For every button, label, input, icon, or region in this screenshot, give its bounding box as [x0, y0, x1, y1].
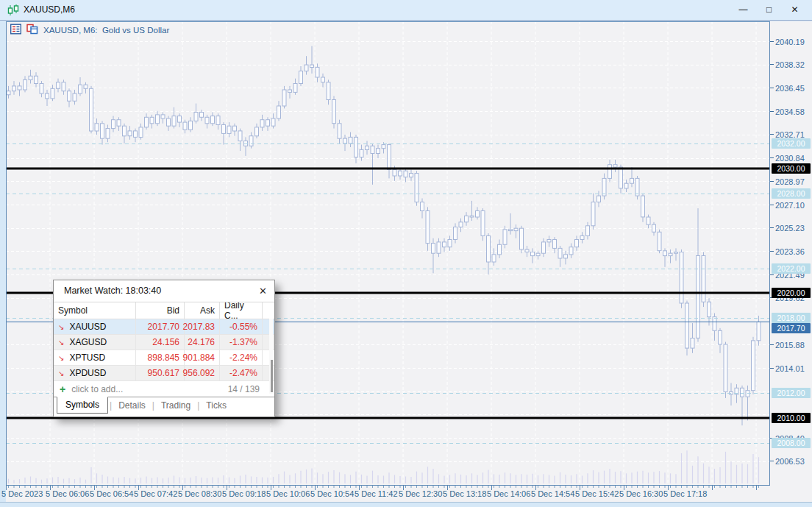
price-level-chip-cyan: 2028.00	[772, 188, 811, 199]
price-tick-label: 2006.53	[770, 456, 812, 466]
candlestick-chart[interactable]	[0, 0, 812, 507]
time-axis-label: 5 Dec 14:54	[531, 489, 574, 498]
daily-change-value: -1.37%	[220, 335, 263, 350]
add-icon: +	[60, 383, 65, 395]
mt5-chart-window: XAUUSD,M6 —□✕ XAUUSD, M6: Gold vs US Dol…	[0, 0, 812, 507]
price-tick-label: 2028.97	[770, 177, 812, 186]
bid-value: 898.845	[136, 350, 185, 365]
price-tick-label: 2034.58	[770, 107, 812, 116]
price-level-chip-cyan: 2022.00	[772, 263, 811, 274]
chart-info-bar: XAUUSD, M6: Gold vs US Dollar	[10, 24, 169, 37]
ask-value: 2017.83	[185, 319, 220, 334]
time-axis-label: 5 Dec 08:30	[178, 489, 221, 498]
time-axis-label: 5 Dec 12:30	[399, 489, 442, 498]
tab-trading[interactable]: Trading	[156, 397, 196, 414]
column-header-dailyc[interactable]: Daily C...	[220, 302, 263, 319]
ask-value: 956.092	[185, 366, 220, 380]
price-level-chip-cyan: 2032.00	[772, 138, 811, 149]
market-watch-row-xauusd[interactable]: ↘XAUUSD2017.702017.83-0.55%	[54, 319, 274, 335]
column-header-bid[interactable]: Bid	[136, 302, 185, 319]
price-tick-label: 2027.10	[770, 200, 812, 210]
symbol-cell: ↘XAGUSD	[54, 335, 136, 350]
symbol-count: 14 / 139	[228, 384, 268, 394]
down-arrow-icon: ↘	[58, 323, 64, 331]
time-axis-label: 5 Dec 06:54	[90, 489, 133, 498]
bid-value: 24.156	[136, 335, 185, 350]
market-watch-tabs: Symbols|Details|Trading|Ticks	[54, 397, 274, 416]
daily-change-value: -2.24%	[220, 350, 263, 365]
price-level-chip-black: 2030.00	[772, 163, 811, 174]
maximize-button[interactable]: □	[756, 0, 782, 20]
tab-separator: |	[196, 397, 201, 414]
price-tick-label: 2023.36	[770, 247, 812, 256]
time-axis-label: 5 Dec 14:06	[487, 489, 530, 498]
ask-value: 24.176	[185, 335, 220, 350]
market-watch-titlebar[interactable]: Market Watch: 18:03:40 ✕	[54, 280, 274, 302]
price-tick-label: 2014.01	[770, 364, 812, 373]
close-button[interactable]: ✕	[782, 0, 808, 20]
window-title: XAUUSD,M6	[24, 4, 75, 15]
down-arrow-icon: ↘	[58, 369, 64, 377]
down-arrow-icon: ↘	[58, 338, 64, 347]
down-arrow-icon: ↘	[58, 354, 64, 362]
price-level-chip-cyan: 2018.00	[772, 313, 811, 323]
chart-symbol-description: XAUUSD, M6: Gold vs US Dollar	[43, 26, 169, 35]
current-bid-chip: 2017.70	[772, 323, 811, 333]
market-watch-scrollbar[interactable]	[269, 319, 273, 394]
time-axis-label: 5 Dec 2023	[1, 489, 43, 498]
symbol-cell: ↘XAUUSD	[54, 319, 136, 334]
window-controls: —□✕	[730, 0, 808, 20]
price-level-chip-black: 2010.00	[772, 413, 811, 423]
window-titlebar: XAUUSD,M6 —□✕	[0, 0, 812, 21]
price-tick-label: 2040.19	[770, 37, 812, 46]
time-axis-label: 5 Dec 15:42	[575, 489, 619, 498]
minimize-button[interactable]: —	[730, 0, 756, 20]
market-watch-column-headers[interactable]: SymbolBidAskDaily C...	[54, 302, 274, 319]
add-label: click to add...	[71, 384, 123, 394]
column-header-symbol[interactable]: Symbol	[54, 302, 136, 319]
price-tick-label: 2038.32	[770, 60, 812, 69]
tab-separator: |	[108, 397, 113, 414]
ask-value: 901.884	[185, 350, 220, 365]
tab-details[interactable]: Details	[113, 397, 151, 414]
bid-value: 2017.70	[136, 319, 185, 334]
price-tick-label: 2025.23	[770, 223, 812, 233]
time-axis-label: 5 Dec 07:42	[134, 489, 177, 498]
market-watch-title: Market Watch: 18:03:40	[64, 286, 161, 296]
column-header-ask[interactable]: Ask	[185, 302, 220, 319]
market-watch-row-xpdusd[interactable]: ↘XPDUSD950.617956.092-2.47%	[54, 366, 274, 381]
time-axis-label: 5 Dec 13:18	[443, 489, 486, 498]
price-level-chip-cyan: 2008.00	[772, 438, 811, 448]
symbol-name: XPTUSD	[69, 352, 105, 363]
market-watch-add-row[interactable]: + click to add... 14 / 139	[54, 381, 274, 397]
tab-separator: |	[151, 397, 156, 414]
symbol-name: XAUUSD	[69, 322, 106, 332]
price-tick-label: 2036.45	[770, 83, 812, 93]
scrollbar-thumb[interactable]	[271, 360, 273, 392]
price-tick-label: 2015.88	[770, 340, 812, 350]
tab-symbols[interactable]: Symbols	[57, 397, 108, 414]
market-watch-row-xptusd[interactable]: ↘XPTUSD898.845901.884-2.24%	[54, 350, 274, 366]
symbol-name: XAGUSD	[69, 337, 107, 347]
chart-candles-icon	[7, 4, 20, 17]
time-axis-label: 5 Dec 17:18	[663, 489, 707, 498]
market-watch-rows: ↘XAUUSD2017.702017.83-0.55%↘XAGUSD24.156…	[54, 319, 274, 381]
market-watch-panel: Market Watch: 18:03:40 ✕ SymbolBidAskDai…	[53, 280, 275, 417]
market-watch-row-xagusd[interactable]: ↘XAGUSD24.15624.176-1.37%	[54, 335, 274, 350]
market-watch-close-icon[interactable]: ✕	[259, 280, 267, 302]
tab-ticks[interactable]: Ticks	[201, 397, 232, 414]
time-axis-label: 5 Dec 10:06	[266, 489, 310, 498]
bid-value: 950.617	[136, 366, 185, 380]
time-axis-label: 5 Dec 10:54	[310, 489, 354, 498]
time-axis-label: 5 Dec 11:42	[355, 489, 398, 498]
symbol-name: XPDUSD	[69, 368, 106, 378]
price-level-chip-cyan: 2012.00	[772, 388, 811, 398]
chart-windows-icon[interactable]	[26, 24, 38, 38]
time-axis-label: 5 Dec 06:06	[46, 489, 89, 498]
price-tick-label: 2030.84	[770, 153, 812, 163]
market-depth-icon[interactable]	[10, 24, 21, 38]
window-bottom-strip	[0, 502, 812, 507]
daily-change-value: -0.55%	[220, 319, 263, 334]
time-axis-label: 5 Dec 16:30	[619, 489, 663, 498]
daily-change-value: -2.47%	[220, 366, 263, 380]
